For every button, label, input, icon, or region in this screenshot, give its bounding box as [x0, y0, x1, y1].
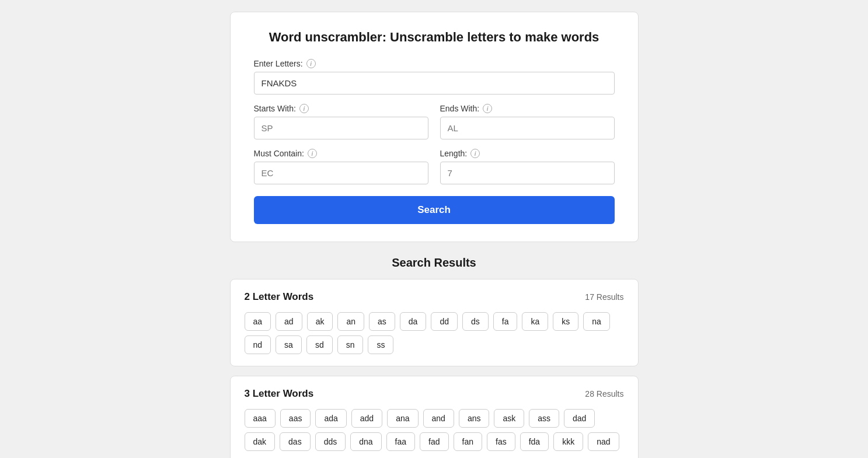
word-chip[interactable]: dad	[564, 409, 595, 428]
word-chip[interactable]: dak	[245, 432, 276, 451]
word-chip[interactable]: ks	[553, 312, 578, 331]
word-chip[interactable]: sd	[306, 335, 333, 354]
word-chip[interactable]: aa	[245, 312, 271, 331]
contain-length-row: Must Contain: i Length: i	[254, 149, 615, 184]
ends-with-input[interactable]	[440, 117, 615, 139]
word-chip[interactable]: fan	[454, 432, 482, 451]
form-section: Enter Letters: i Starts With: i	[254, 59, 615, 224]
results-card-0: 2 Letter Words17 Resultsaaadakanasdaddds…	[230, 279, 639, 366]
word-chips-1: aaaaasadaaddanaandansaskassdaddakdasddsd…	[245, 409, 624, 451]
results-card-header-1: 3 Letter Words28 Results	[245, 388, 624, 400]
result-count-0: 17 Results	[585, 292, 623, 302]
word-chip[interactable]: ka	[522, 312, 548, 331]
must-contain-info-icon[interactable]: i	[308, 149, 317, 158]
length-info-icon[interactable]: i	[470, 149, 480, 158]
ends-with-info-icon[interactable]: i	[483, 104, 492, 113]
word-chip[interactable]: ss	[368, 335, 393, 354]
word-chip[interactable]: aaa	[245, 409, 276, 428]
word-chip[interactable]: kkk	[553, 432, 583, 451]
word-chip[interactable]: sn	[337, 335, 364, 354]
word-chip[interactable]: ass	[529, 409, 559, 428]
word-chip[interactable]: ada	[315, 409, 346, 428]
word-chip[interactable]: as	[369, 312, 395, 331]
word-chip[interactable]: ask	[494, 409, 524, 428]
word-group-title-1: 3 Letter Words	[245, 388, 314, 400]
word-chip[interactable]: an	[337, 312, 364, 331]
starts-with-info-icon[interactable]: i	[299, 104, 309, 113]
word-chip[interactable]: faa	[386, 432, 415, 451]
word-chip[interactable]: ak	[307, 312, 333, 331]
word-chip[interactable]: fad	[420, 432, 448, 451]
must-contain-input[interactable]	[254, 162, 428, 184]
enter-letters-input[interactable]	[254, 72, 615, 95]
word-chip[interactable]: na	[583, 312, 610, 331]
word-chips-0: aaadakanasdadddsfakaksnandsasdsnss	[245, 312, 624, 354]
word-chip[interactable]: sa	[276, 335, 302, 354]
length-label: Length: i	[440, 149, 615, 158]
results-title: Search Results	[230, 256, 639, 270]
page-title: Word unscrambler: Unscramble letters to …	[254, 30, 615, 45]
enter-letters-info-icon[interactable]: i	[306, 59, 316, 68]
starts-ends-row: Starts With: i Ends With: i	[254, 104, 615, 139]
results-card-header-0: 2 Letter Words17 Results	[245, 291, 624, 303]
length-group: Length: i	[440, 149, 615, 184]
enter-letters-group: Enter Letters: i	[254, 59, 615, 95]
word-chip[interactable]: ad	[276, 312, 302, 331]
must-contain-group: Must Contain: i	[254, 149, 428, 184]
starts-with-label: Starts With: i	[254, 104, 428, 113]
word-chip[interactable]: nad	[588, 432, 619, 451]
word-chip[interactable]: ds	[462, 312, 489, 331]
word-chip[interactable]: fda	[520, 432, 549, 451]
ends-with-label: Ends With: i	[440, 104, 615, 113]
word-chip[interactable]: dds	[315, 432, 346, 451]
word-chip[interactable]: add	[351, 409, 382, 428]
word-chip[interactable]: fa	[493, 312, 518, 331]
word-chip[interactable]: and	[423, 409, 454, 428]
word-chip[interactable]: nd	[245, 335, 271, 354]
word-chip[interactable]: fas	[487, 432, 515, 451]
word-chip[interactable]: da	[400, 312, 427, 331]
starts-with-input[interactable]	[254, 117, 428, 139]
word-group-title-0: 2 Letter Words	[245, 291, 314, 303]
ends-with-group: Ends With: i	[440, 104, 615, 139]
length-input[interactable]	[440, 162, 615, 184]
word-chip[interactable]: ans	[459, 409, 490, 428]
must-contain-label: Must Contain: i	[254, 149, 428, 158]
word-chip[interactable]: das	[280, 432, 311, 451]
word-chip[interactable]: aas	[280, 409, 311, 428]
word-chip[interactable]: dna	[350, 432, 381, 451]
results-container: 2 Letter Words17 Resultsaaadakanasdaddds…	[230, 279, 639, 458]
starts-with-group: Starts With: i	[254, 104, 428, 139]
form-card: Word unscrambler: Unscramble letters to …	[230, 12, 639, 242]
word-chip[interactable]: ana	[387, 409, 418, 428]
result-count-1: 28 Results	[585, 389, 623, 398]
search-button[interactable]: Search	[254, 196, 615, 224]
results-card-1: 3 Letter Words28 Resultsaaaaasadaaddanaa…	[230, 376, 639, 458]
word-chip[interactable]: dd	[431, 312, 458, 331]
enter-letters-label: Enter Letters: i	[254, 59, 615, 68]
